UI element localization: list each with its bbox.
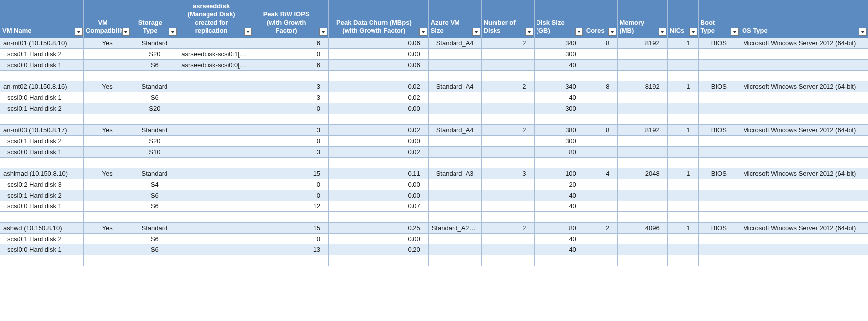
disk-row[interactable]: scsi0:1 Hard disk 2S2000.00300 [0,103,868,114]
spacer-row [0,255,868,266]
column-header-cores[interactable]: Cores [584,0,618,38]
column-header-nics[interactable]: NICs [667,0,698,38]
column-header-azsize[interactable]: Azure VM Size [428,0,481,38]
svg-marker-11 [691,31,695,33]
cell-mem: 4096 [618,223,667,234]
cell-seed: asrseeddisk-scsi0:0[GUID] [178,60,253,71]
cell-cores: 8 [584,125,618,136]
cell-os [740,190,868,201]
cell-dsize: 80 [534,147,584,158]
spacer-row [0,71,868,81]
cell-azsize [428,244,481,255]
cell-os [740,201,868,212]
filter-dropdown-icon[interactable] [122,28,130,36]
cell-compat [83,49,131,60]
cell-seed [178,179,253,190]
cell-compat [83,201,131,212]
svg-marker-1 [124,31,128,33]
cell-mem [618,234,667,244]
cell-churn: 0.02 [329,125,429,136]
cell-storage: S20 [131,136,178,147]
cell-cores [584,234,618,244]
cell-iops: 6 [253,60,329,71]
filter-dropdown-icon[interactable] [75,28,83,36]
spacer-row [0,114,868,125]
vm-row[interactable]: ashwd (10.150.8.10)YesStandard150.25Stan… [0,223,868,234]
filter-dropdown-icon[interactable] [169,28,177,36]
cell-vmname: an-mt02 (10.150.8.16) [0,81,84,92]
disk-row[interactable]: scsi0:0 Hard disk 1S6130.2040 [0,244,868,255]
cell-vmname: scsi0:2 Hard disk 3 [0,179,84,190]
cell-nics [667,103,698,114]
cell-azsize [428,49,481,60]
column-header-dsize[interactable]: Disk Size (GB) [534,0,584,38]
filter-dropdown-icon[interactable] [575,28,583,36]
cell-compat: Yes [83,168,131,179]
filter-dropdown-icon[interactable] [525,28,533,36]
cell-nics: 1 [667,38,698,49]
svg-marker-9 [610,31,614,33]
cell-mem [618,103,667,114]
column-header-ndisks[interactable]: Number of Disks [481,0,534,38]
column-header-os[interactable]: OS Type [740,0,868,38]
cell-nics [667,190,698,201]
vm-row[interactable]: an-mt02 (10.150.8.16)YesStandard30.02Sta… [0,81,868,92]
filter-dropdown-icon[interactable] [319,28,327,36]
cell-compat: Yes [83,125,131,136]
disk-row[interactable]: scsi0:0 Hard disk 1S1030.0280 [0,147,868,158]
filter-dropdown-icon[interactable] [659,28,666,36]
cell-seed [178,125,253,136]
disk-row[interactable]: scsi0:1 Hard disk 2S600.0040 [0,190,868,201]
column-header-boot[interactable]: Boot Type [698,0,740,38]
column-header-compat[interactable]: VM Compatibility [83,0,131,38]
cell-nics [667,60,698,71]
cell-churn: 0.00 [329,136,429,147]
vm-row[interactable]: an-mt03 (10.150.8.17)YesStandard30.02Sta… [0,125,868,136]
cell-iops: 13 [253,244,329,255]
disk-row[interactable]: scsi0:1 Hard disk 2S600.0040 [0,234,868,244]
disk-row[interactable]: scsi0:0 Hard disk 1S6120.0740 [0,201,868,212]
column-header-vmname[interactable]: VM Name [0,0,84,38]
column-header-storage[interactable]: Storage Type [131,0,178,38]
filter-dropdown-icon[interactable] [419,28,427,36]
vm-row[interactable]: an-mt01 (10.150.8.10)YesStandard60.06Sta… [0,38,868,49]
column-header-iops[interactable]: Peak R/W IOPS (with Growth Factor) [253,0,329,38]
column-header-seed[interactable]: asrseeddisk (Managed Disk) created for r… [178,0,253,38]
disk-row[interactable]: scsi0:1 Hard disk 2S20asrseeddisk-scsi0:… [0,49,868,60]
cell-boot: BIOS [698,168,740,179]
disk-row[interactable]: scsi0:1 Hard disk 2S2000.00300 [0,136,868,147]
cell-os [740,60,868,71]
cell-nics [667,234,698,244]
disk-row[interactable]: scsi0:0 Hard disk 1S6asrseeddisk-scsi0:0… [0,60,868,71]
column-header-label: Storage Type [131,17,169,38]
cell-nics [667,179,698,190]
cell-vmname: scsi0:1 Hard disk 2 [0,103,84,114]
filter-dropdown-icon[interactable] [608,28,616,36]
disk-row[interactable]: scsi0:2 Hard disk 3S400.0020 [0,179,868,190]
vm-row[interactable]: ashimad (10.150.8.10)YesStandard150.11St… [0,168,868,179]
cell-boot [698,179,740,190]
cell-churn: 0.00 [329,190,429,201]
cell-ndisks: 2 [481,223,534,234]
column-header-mem[interactable]: Memory (MB) [618,0,667,38]
filter-dropdown-icon[interactable] [472,28,480,36]
filter-dropdown-icon[interactable] [859,28,867,36]
filter-dropdown-icon[interactable] [244,28,252,36]
column-header-churn[interactable]: Peak Data Churn (MBps) (with Growth Fact… [329,0,429,38]
disk-row[interactable]: scsi0:0 Hard disk 1S630.0240 [0,92,868,103]
filter-dropdown-icon[interactable] [731,28,739,36]
cell-cores [584,136,618,147]
cell-compat [83,92,131,103]
cell-churn: 0.00 [329,49,429,60]
cell-iops: 0 [253,190,329,201]
filter-dropdown-icon[interactable] [689,28,697,36]
cell-compat [83,244,131,255]
cell-dsize: 340 [534,81,584,92]
cell-iops: 12 [253,201,329,212]
cell-vmname: scsi0:0 Hard disk 1 [0,60,84,71]
cell-storage: S6 [131,190,178,201]
cell-os [740,244,868,255]
column-header-label: Disk Size (GB) [535,17,575,38]
cell-dsize: 300 [534,49,584,60]
cell-storage: Standard [131,81,178,92]
